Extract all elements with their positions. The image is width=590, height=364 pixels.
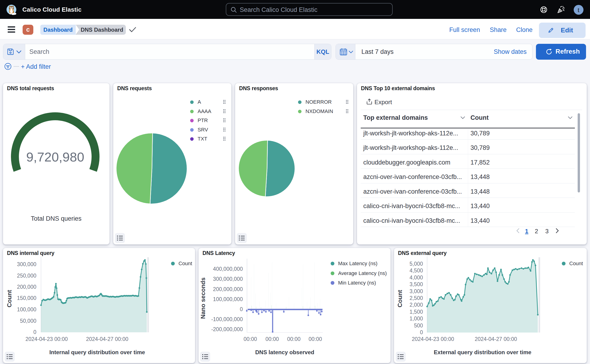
svg-text:9,720,980: 9,720,980 <box>26 150 84 164</box>
svg-text:Total DNS queries: Total DNS queries <box>31 215 82 222</box>
